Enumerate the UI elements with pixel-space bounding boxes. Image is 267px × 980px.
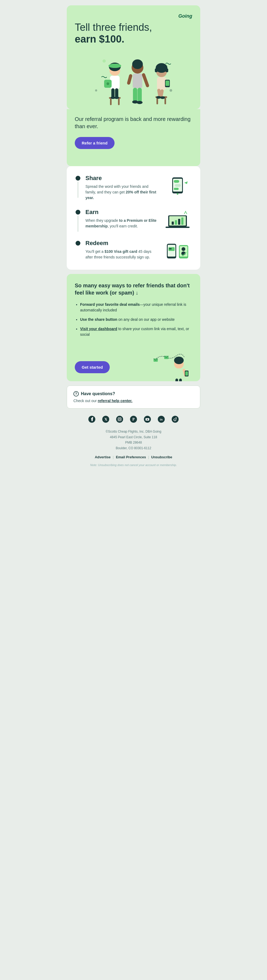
footer-address3: Boulder, CO 80301-6112 <box>72 445 195 451</box>
hero-headline: Tell three friends, earn $100. <box>75 22 192 45</box>
svg-text:P: P <box>133 417 135 422</box>
footer-company: ©Scotts Cheap Flights, Inc. DBA Going <box>72 429 195 434</box>
svg-text:𝕏: 𝕏 <box>104 417 107 422</box>
svg-rect-31 <box>157 77 166 90</box>
svg-point-76 <box>116 416 123 423</box>
advertise-link[interactable]: Advertise <box>95 455 111 459</box>
svg-point-10 <box>106 83 109 85</box>
step-redeem-title: Redeem <box>85 240 160 247</box>
steps-section: Share Spread the word with your friends … <box>67 166 200 270</box>
svg-rect-29 <box>155 68 158 72</box>
svg-rect-20 <box>133 73 142 88</box>
footer-address2: PMB 28648 <box>72 440 195 445</box>
x-twitter-icon[interactable]: 𝕏 <box>101 415 110 423</box>
step-redeem-content: Redeem You'll get a $100 Visa gift card … <box>85 240 160 260</box>
svg-point-2 <box>169 89 172 92</box>
footer-address: ©Scotts Cheap Flights, Inc. DBA Going 48… <box>72 429 195 451</box>
svg-rect-38 <box>164 98 166 104</box>
unsubscribe-link[interactable]: Unsubscribe <box>151 455 172 459</box>
ways-section: So many easy ways to refer friends that … <box>67 274 200 381</box>
step-earn-line <box>78 216 78 232</box>
svg-rect-45 <box>174 188 179 190</box>
svg-rect-22 <box>137 88 142 102</box>
step-redeem: Redeem You'll get a $100 Visa gift card … <box>75 240 192 261</box>
svg-rect-66 <box>175 368 183 379</box>
svg-point-65 <box>174 356 184 364</box>
email-preferences-link[interactable]: Email Preferences <box>116 455 146 459</box>
ways-cta-area: Get started <box>75 361 110 381</box>
step-share-content: Share Spread the word with your friends … <box>85 175 160 200</box>
svg-rect-57 <box>169 248 172 249</box>
ways-illustration <box>150 344 192 381</box>
svg-rect-7 <box>112 64 118 67</box>
hero-cta-area: Refer a friend <box>67 133 200 165</box>
pinterest-icon[interactable]: P <box>129 415 138 423</box>
svg-point-0 <box>103 59 106 63</box>
svg-rect-50 <box>175 220 177 225</box>
hero-section: Going Tell three friends, earn $100. <box>67 5 200 109</box>
svg-rect-11 <box>111 88 115 98</box>
hero-bottom: Our referral program is back and more re… <box>67 109 200 166</box>
step-redeem-dot <box>76 241 81 246</box>
svg-rect-24 <box>127 74 133 85</box>
step-earn-content: Earn When they upgrade to a Premium or E… <box>85 209 160 229</box>
youtube-icon[interactable] <box>143 415 152 423</box>
svg-point-79 <box>121 418 121 418</box>
earn-illustration <box>164 209 191 230</box>
svg-point-40 <box>160 96 165 99</box>
svg-point-3 <box>95 89 97 92</box>
svg-rect-52 <box>181 218 183 225</box>
step-earn: Earn When they upgrade to a Premium or E… <box>75 209 192 232</box>
questions-header: ? Have questions? <box>73 391 194 396</box>
step-share-icon <box>163 175 192 196</box>
facebook-icon[interactable]: f <box>88 415 96 423</box>
step-earn-left <box>75 209 81 232</box>
svg-rect-14 <box>110 99 112 105</box>
step-share-desc: Spread the word with your friends and fa… <box>85 184 160 200</box>
svg-rect-53 <box>166 227 190 228</box>
ways-item-3: Visit your dashboard to share your custo… <box>80 326 192 337</box>
step-share: Share Spread the word with your friends … <box>75 175 192 200</box>
svg-point-87 <box>172 416 179 423</box>
step-share-title: Share <box>85 175 160 182</box>
svg-rect-37 <box>156 98 158 104</box>
tiktok-icon[interactable] <box>171 415 179 423</box>
hero-tagline: Our referral program is back and more re… <box>67 109 200 133</box>
share-illustration <box>164 175 191 196</box>
questions-section: ? Have questions? Check out our referral… <box>67 385 200 409</box>
linkedin-icon[interactable]: in <box>157 415 166 423</box>
refer-friend-button[interactable]: Refer a friend <box>75 137 115 149</box>
svg-rect-51 <box>178 219 180 225</box>
social-icons-row: f 𝕏 <box>72 415 195 423</box>
step-earn-dot <box>76 210 81 215</box>
footer-links: Advertise | Email Preferences | Unsubscr… <box>72 455 195 459</box>
social-section: f 𝕏 <box>67 415 200 466</box>
svg-point-19 <box>132 59 143 69</box>
step-share-line <box>78 182 78 198</box>
step-earn-desc: When they upgrade to a Premium or Elite … <box>85 218 160 229</box>
questions-body: Check out our referral help center. <box>73 399 194 403</box>
question-icon: ? <box>73 391 79 396</box>
step-redeem-desc: You'll get a $100 Visa gift card 45 days… <box>85 249 160 260</box>
svg-rect-44 <box>175 184 181 187</box>
footer-divider-2: | <box>148 455 149 459</box>
svg-point-46 <box>177 193 179 195</box>
svg-point-60 <box>182 247 185 251</box>
footer-address1: 4845 Pearl East Circle, Suite 118 <box>72 434 195 440</box>
get-started-button[interactable]: Get started <box>75 361 110 373</box>
hero-people-svg <box>88 50 179 109</box>
instagram-icon[interactable] <box>115 415 124 423</box>
redeem-illustration <box>164 240 191 261</box>
ways-item-2: Use the share button on any deal on our … <box>80 317 192 322</box>
ways-people-svg <box>150 344 190 381</box>
step-redeem-icon <box>163 240 192 261</box>
footer-note: Note: Unsubscribing does not cancel your… <box>72 463 195 466</box>
svg-rect-15 <box>118 99 120 105</box>
ways-item-1: Forward your favorite deal emails—your u… <box>80 302 192 313</box>
ways-bottom: Get started <box>75 344 192 381</box>
svg-rect-49 <box>172 221 174 225</box>
step-share-left <box>75 175 81 198</box>
svg-rect-21 <box>133 88 137 102</box>
svg-rect-71 <box>179 379 182 381</box>
referral-help-link[interactable]: referral help center. <box>98 399 133 403</box>
